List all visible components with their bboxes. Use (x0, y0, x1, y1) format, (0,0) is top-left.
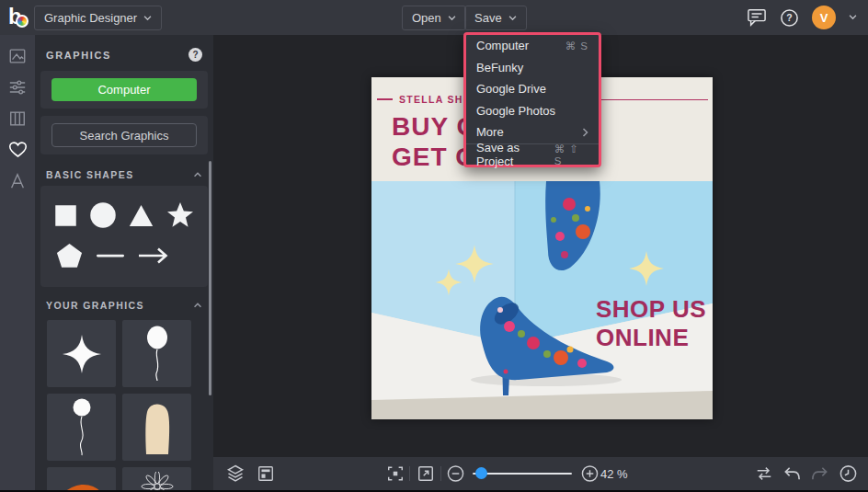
rail-text-icon[interactable] (6, 170, 29, 192)
feedback-chat-icon[interactable] (747, 8, 767, 27)
save-dropdown-menu: Computer ⌘ S BeFunky Google Drive Google… (463, 32, 601, 167)
shape-arrow[interactable] (137, 246, 170, 266)
zoom-in-button[interactable] (581, 465, 599, 483)
graphic-tile-daisy[interactable] (122, 467, 191, 492)
search-graphics-button[interactable]: Search Graphics (51, 123, 197, 147)
user-avatar[interactable]: V (812, 6, 836, 29)
graphics-panel: GRAPHICS ? Computer Search Graphics BASI… (35, 35, 213, 492)
chevron-down-icon (508, 16, 517, 21)
resize-canvas-icon[interactable] (417, 464, 435, 483)
graphic-tile-orange-blob[interactable] (47, 467, 116, 492)
save-menu-button[interactable]: Save (464, 6, 527, 30)
panel-help-icon[interactable]: ? (188, 48, 202, 62)
your-graphics-header[interactable]: YOUR GRAPHICS (35, 292, 213, 316)
topbar-right-group: ? V (747, 0, 857, 35)
menu-item-save-as-project[interactable]: Save as Project ⌘ ⇧ S (466, 143, 599, 166)
graphic-designer-app: STELLA SHOE BUY ONE GET ONE (0, 0, 868, 492)
cta-line2: ONLINE (596, 324, 706, 352)
undo-button[interactable] (782, 464, 802, 483)
open-label: Open (412, 11, 441, 25)
rail-image-manager-icon[interactable] (6, 45, 29, 67)
computer-upload-box: Computer (40, 71, 208, 109)
rail-edit-sliders-icon[interactable] (6, 76, 29, 98)
menu-item-computer[interactable]: Computer ⌘ S (466, 35, 599, 57)
menu-item-befunky[interactable]: BeFunky (466, 57, 599, 79)
open-menu-button[interactable]: Open (402, 6, 466, 30)
app-mode-label: Graphic Designer (44, 11, 137, 25)
your-graphics-grid (35, 316, 213, 492)
collapse-chevron-up-icon[interactable] (193, 303, 202, 308)
help-icon[interactable]: ? (780, 8, 799, 28)
rail-graphics-heart-icon[interactable] (6, 139, 29, 161)
computer-upload-button[interactable]: Computer (51, 78, 197, 101)
save-label: Save (474, 11, 502, 25)
bottom-toolbar: 42 % (213, 457, 868, 490)
befunky-logo[interactable]: b (8, 5, 32, 30)
search-graphics-box: Search Graphics (40, 116, 208, 154)
basic-shapes-title: BASIC SHAPES (46, 169, 134, 180)
cta-line1: SHOP US (596, 295, 706, 324)
panel-scrollbar[interactable] (209, 161, 211, 395)
panel-title: GRAPHICS (46, 50, 111, 61)
shape-circle[interactable] (89, 201, 117, 229)
layout-template-icon[interactable] (257, 464, 275, 483)
app-mode-menu-button[interactable]: Graphic Designer (34, 6, 162, 30)
canvas-photo-section[interactable]: SHOP US ONLINE (371, 181, 713, 419)
rail-templates-icon[interactable] (6, 108, 29, 130)
logo-color-wheel-icon (16, 15, 29, 28)
graphic-tile-sparkle[interactable] (47, 320, 116, 387)
redo-button[interactable] (810, 464, 829, 483)
tool-rail (0, 35, 35, 492)
layers-icon[interactable] (225, 463, 246, 484)
account-chevron-down-icon[interactable] (849, 15, 857, 20)
top-bar: b Graphic Designer Open Save (0, 0, 868, 35)
chevron-down-icon (143, 16, 152, 21)
zoom-slider-knob[interactable] (475, 467, 487, 479)
shape-square[interactable] (53, 203, 78, 228)
compare-toggle-icon[interactable] (754, 464, 774, 483)
panel-header: GRAPHICS ? (35, 35, 213, 71)
graphic-tile-round-balloon[interactable] (47, 394, 116, 461)
zoom-percentage: 42 % (600, 467, 628, 481)
menu-item-google-photos[interactable]: Google Photos (466, 100, 599, 122)
shortcut-label: ⌘ ⇧ S (554, 143, 588, 166)
toolbar-divider (440, 466, 441, 481)
zoom-slider-track[interactable] (473, 473, 572, 475)
graphic-tile-balloon[interactable] (122, 320, 191, 387)
submenu-arrow-icon (582, 128, 588, 137)
basic-shapes-grid (40, 186, 208, 287)
brand-left-dash (377, 98, 393, 100)
shortcut-label: ⌘ S (565, 40, 588, 52)
toolbar-divider (409, 466, 410, 481)
shape-line[interactable] (95, 248, 126, 263)
cta-text[interactable]: SHOP US ONLINE (596, 295, 706, 352)
fit-to-screen-icon[interactable] (386, 464, 405, 483)
shape-triangle[interactable] (128, 202, 154, 229)
your-graphics-title: YOUR GRAPHICS (46, 300, 144, 311)
shape-pentagon[interactable] (55, 242, 84, 270)
history-icon[interactable] (839, 464, 858, 484)
shape-star[interactable] (166, 200, 195, 230)
basic-shapes-header[interactable]: BASIC SHAPES (35, 162, 213, 186)
zoom-out-button[interactable] (447, 465, 464, 483)
chevron-down-icon (448, 16, 456, 21)
svg-text:?: ? (786, 12, 792, 23)
collapse-chevron-up-icon[interactable] (193, 172, 202, 177)
menu-item-google-drive[interactable]: Google Drive (466, 78, 599, 100)
graphic-tile-finger[interactable] (122, 394, 191, 461)
